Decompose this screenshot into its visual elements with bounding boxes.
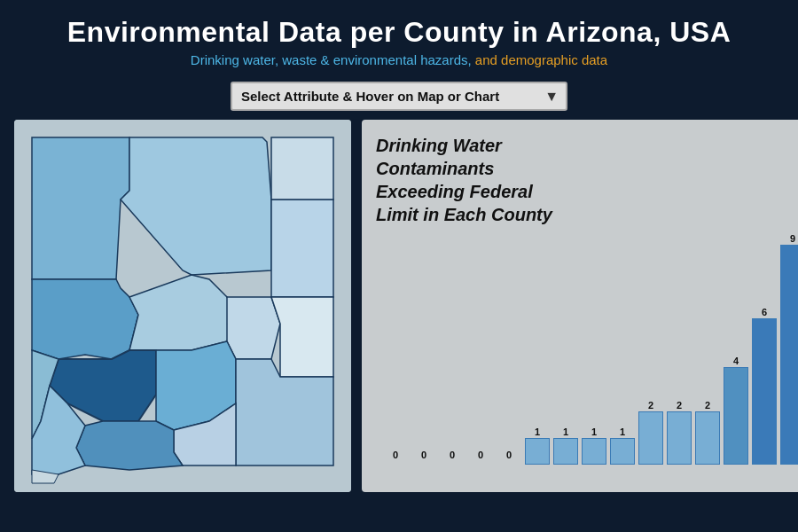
bar-value: 1: [620, 426, 625, 437]
attribute-dropdown-container: Select Attribute & Hover on Map or Chart…: [231, 82, 567, 111]
chart-title: Drinking Water Contaminants Exceeding Fe…: [376, 134, 553, 226]
bar-group: 1: [553, 426, 578, 465]
svg-marker-13: [76, 421, 183, 470]
bar-group: 2: [695, 400, 720, 465]
subtitle-part2: and demographic data: [475, 52, 607, 67]
bar-rect[interactable]: [440, 461, 465, 465]
bar-group: 2: [667, 400, 692, 465]
chart-area: 000001111222469: [376, 233, 798, 465]
bar-group: 1: [582, 426, 606, 465]
bar-value: 2: [677, 400, 682, 411]
bar-group: 6: [752, 307, 777, 465]
svg-marker-4: [271, 137, 333, 200]
svg-marker-5: [32, 279, 138, 359]
bar-rect[interactable]: [411, 461, 436, 465]
bar-group: 0: [440, 450, 465, 465]
bar-group: 4: [724, 356, 748, 465]
bar-rect[interactable]: [695, 411, 720, 465]
subtitle-part1: Drinking water, waste & environmental ha…: [191, 52, 472, 67]
bar-group: 9: [780, 233, 798, 465]
bar-group: 0: [497, 450, 521, 465]
chart-panel: Drinking Water Contaminants Exceeding Fe…: [362, 120, 798, 492]
bar-value: 2: [648, 400, 653, 411]
main-content: Drinking Water Contaminants Exceeding Fe…: [0, 120, 798, 492]
bar-group: 1: [525, 426, 550, 465]
bar-rect[interactable]: [553, 438, 578, 465]
arizona-map: [14, 120, 351, 492]
subtitle: Drinking water, waste & environmental ha…: [18, 52, 780, 67]
bar-value: 0: [393, 450, 398, 460]
bar-rect[interactable]: [497, 461, 521, 465]
svg-marker-3: [271, 200, 333, 297]
svg-marker-7: [227, 297, 280, 359]
bar-rect[interactable]: [468, 461, 493, 465]
bar-group: 0: [383, 450, 408, 465]
svg-marker-8: [271, 297, 333, 377]
bar-group: 2: [638, 400, 663, 465]
bar-value: 0: [478, 450, 483, 460]
bar-value: 0: [421, 450, 426, 460]
bar-rect[interactable]: [383, 461, 408, 465]
attribute-dropdown[interactable]: Select Attribute & Hover on Map or Chart: [231, 82, 567, 111]
bar-value: 2: [705, 400, 710, 411]
bar-value: 1: [563, 426, 568, 437]
bar-rect[interactable]: [525, 438, 550, 465]
bar-value: 0: [450, 450, 455, 460]
bar-value: 6: [762, 307, 767, 317]
bar-value: 0: [506, 450, 512, 460]
bar-value: 9: [790, 233, 795, 244]
dropdown-row: Select Attribute & Hover on Map or Chart…: [0, 82, 798, 111]
bar-rect[interactable]: [667, 411, 692, 465]
map-panel[interactable]: [14, 120, 351, 492]
bar-value: 4: [733, 356, 739, 366]
bar-rect[interactable]: [638, 411, 663, 465]
bar-value: 1: [535, 426, 540, 437]
bar-group: 0: [468, 450, 493, 465]
bar-value: 1: [591, 426, 597, 437]
svg-marker-1: [32, 137, 129, 279]
bar-group: 1: [610, 426, 635, 465]
bar-group: 0: [411, 450, 436, 465]
bar-rect[interactable]: [724, 367, 748, 465]
bar-rect[interactable]: [582, 438, 606, 465]
bar-rect[interactable]: [752, 318, 777, 465]
page-header: Environmental Data per County in Arizona…: [0, 0, 798, 73]
bar-rect[interactable]: [780, 245, 798, 465]
bar-rect[interactable]: [610, 438, 635, 465]
page-title: Environmental Data per County in Arizona…: [18, 16, 780, 49]
